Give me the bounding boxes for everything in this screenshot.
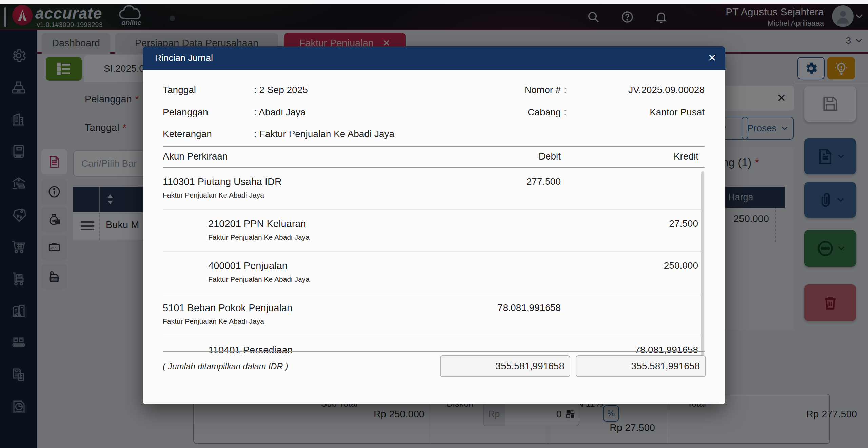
modal-header: Rincian Jurnal ✕ [143,46,725,70]
keterangan-value: : Faktur Penjualan Ke Abadi Jaya [254,129,394,139]
row-description: Faktur Penjualan Ke Abadi Jaya [208,275,310,283]
screen: accurate v1.0.1#3090-1998293 online PT A… [0,0,868,448]
journal-row: 210201 PPN Keluaran 27.500 Faktur Penjua… [163,210,705,252]
kredit-amount: 250.000 [563,260,698,271]
col-kredit: Kredit [631,151,698,162]
journal-rows: 110301 Piutang Usaha IDR 277.500 Faktur … [163,168,705,360]
nomor-link[interactable]: JV.2025.09.00028 [535,85,705,95]
pelanggan-label: Pelanggan [163,107,208,118]
keterangan-label: Keterangan [163,129,212,139]
account-name: 5101 Beban Pokok Penjualan [163,302,292,314]
currency-note: ( Jumlah ditampilkan dalam IDR ) [163,361,288,371]
cabang-value: Kantor Pusat [535,107,705,118]
pelanggan-value: : Abadi Jaya [254,107,306,118]
rincian-jurnal-modal: Rincian Jurnal ✕ Tanggal : 2 Sep 2025 No… [143,46,725,404]
total-debit-box: 355.581,991658 [440,355,570,377]
kredit-amount: 27.500 [563,218,698,229]
kredit-amount: 78.081,991658 [563,344,698,355]
row-description: Faktur Penjualan Ke Abadi Jaya [208,233,310,241]
tanggal-value: : 2 Sep 2025 [254,85,308,95]
modal-title: Rincian Jurnal [155,53,213,63]
debit-amount: 78.081,991658 [425,302,561,313]
account-name: 110301 Piutang Usaha IDR [163,176,282,187]
divider [163,351,705,352]
modal-table-scrollbar[interactable] [701,171,704,365]
col-debit: Debit [493,151,561,162]
account-name: 210201 PPN Keluaran [208,218,306,229]
divider [163,146,705,147]
browser-strip [0,0,868,4]
tanggal-label: Tanggal [163,85,196,95]
debit-amount: 277.500 [425,176,561,187]
account-name: 110401 Persediaan [208,344,293,356]
row-description: Faktur Penjualan Ke Abadi Jaya [163,317,264,325]
row-description: Faktur Penjualan Ke Abadi Jaya [163,191,264,199]
journal-row: 5101 Beban Pokok Penjualan 78.081,991658… [163,294,705,336]
account-name: 400001 Penjualan [208,260,288,272]
total-kredit-box: 355.581,991658 [576,355,706,377]
journal-row: 110301 Piutang Usaha IDR 277.500 Faktur … [163,168,705,210]
journal-row: 400001 Penjualan 250.000 Faktur Penjuala… [163,252,705,294]
col-akun-perkiraan: Akun Perkiraan [163,151,228,162]
modal-close-icon[interactable]: ✕ [708,52,716,64]
